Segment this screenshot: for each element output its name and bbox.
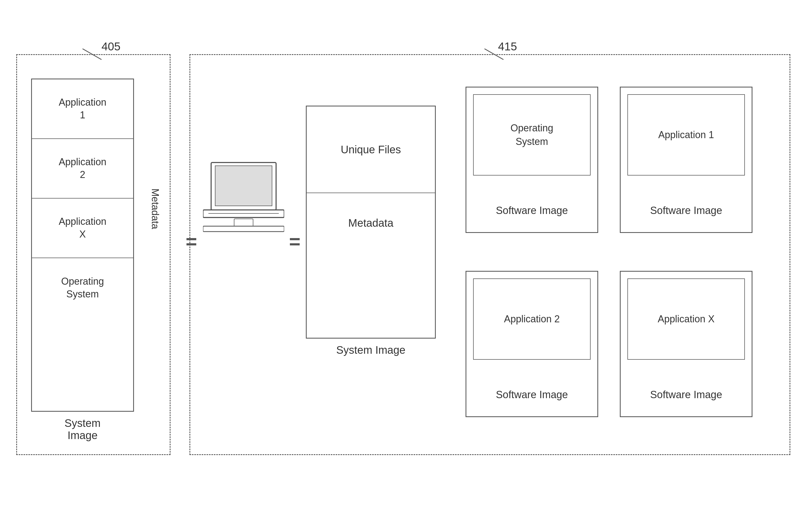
- app2-section: Application2: [32, 139, 133, 198]
- os-label: OperatingSystem: [61, 275, 104, 301]
- os-sw-title: OperatingSystem: [511, 122, 553, 149]
- os-sw-inner: OperatingSystem: [473, 94, 590, 176]
- system-image-left-box: Application1 Application2 ApplicationX O…: [31, 79, 134, 412]
- svg-rect-3: [215, 166, 272, 206]
- metadata-middle-section: Metadata: [307, 193, 435, 253]
- tick-415: [455, 47, 509, 61]
- appx-label: ApplicationX: [59, 215, 106, 241]
- diagram-container: { "labels": { "405": "405", "415": "415"…: [0, 0, 812, 513]
- app1-sw-label: Software Image: [621, 204, 752, 217]
- appx-software-image-box: Application X Software Image: [620, 271, 752, 417]
- system-image-middle-label: System Image: [306, 344, 436, 356]
- app2-label: Application2: [59, 156, 106, 181]
- app2-sw-inner: Application 2: [473, 278, 590, 360]
- equals-right: =: [289, 230, 300, 252]
- svg-rect-7: [203, 226, 284, 232]
- os-section: OperatingSystem: [32, 258, 133, 318]
- app2-sw-label: Software Image: [466, 388, 597, 401]
- app1-label: Application1: [59, 96, 106, 122]
- app2-software-image-box: Application 2 Software Image: [466, 271, 598, 417]
- os-sw-label: Software Image: [466, 204, 597, 217]
- system-image-middle-box: Unique Files Metadata: [306, 106, 436, 339]
- metadata-rotated-label: Metadata: [149, 189, 161, 229]
- app1-software-image-box: Application 1 Software Image: [620, 87, 752, 233]
- tick-405: [77, 47, 110, 61]
- svg-line-0: [83, 49, 102, 60]
- system-image-left-label: SystemImage: [31, 417, 134, 441]
- svg-line-1: [485, 49, 503, 60]
- equals-left: =: [186, 230, 197, 252]
- appx-section: ApplicationX: [32, 198, 133, 258]
- app2-sw-title: Application 2: [504, 312, 560, 326]
- os-software-image-box: OperatingSystem Software Image: [466, 87, 598, 233]
- app1-sw-inner: Application 1: [628, 94, 745, 176]
- appx-sw-title: Application X: [658, 312, 715, 326]
- appx-sw-label: Software Image: [621, 388, 752, 401]
- app1-section: Application1: [32, 79, 133, 139]
- unique-files-section: Unique Files: [307, 106, 435, 193]
- app1-sw-title: Application 1: [658, 128, 714, 142]
- metadata-middle-label: Metadata: [348, 216, 394, 230]
- appx-sw-inner: Application X: [628, 278, 745, 360]
- unique-files-label: Unique Files: [341, 142, 401, 157]
- laptop-icon: [203, 160, 284, 236]
